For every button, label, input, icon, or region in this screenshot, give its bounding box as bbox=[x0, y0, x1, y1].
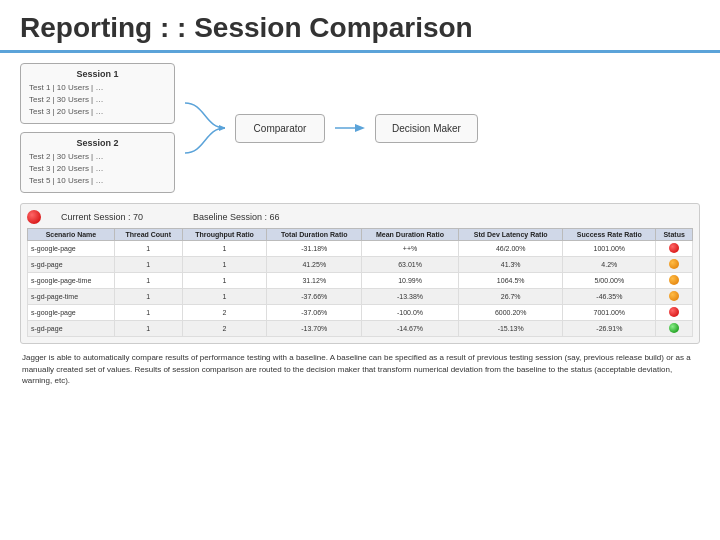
cell-scenario-name: s-gd-page-time bbox=[28, 289, 115, 305]
cell-count: 2 bbox=[182, 321, 267, 337]
session1-row3: Test 3 | 20 Users | … bbox=[29, 106, 166, 118]
diagram-section: Session 1 Test 1 | 10 Users | … Test 2 |… bbox=[20, 63, 700, 193]
cell-thread: 1 bbox=[114, 273, 182, 289]
cell-status bbox=[656, 257, 693, 273]
cell-scenario-name: s-gd-page bbox=[28, 321, 115, 337]
comparator-label: Comparator bbox=[254, 123, 307, 134]
col-thread: Thread Count bbox=[114, 229, 182, 241]
cell-mean: -15.13% bbox=[458, 321, 562, 337]
cell-stddev: -26.91% bbox=[563, 321, 656, 337]
cell-throughput: -37.66% bbox=[267, 289, 362, 305]
cell-throughput: 31.12% bbox=[267, 273, 362, 289]
comparison-table: Scenario Name Thread Count Throughput Ra… bbox=[27, 228, 693, 337]
status-dot bbox=[669, 323, 679, 333]
table-row: s-gd-page 1 1 41.25% 63.01% 41.3% 4.2% bbox=[28, 257, 693, 273]
cell-throughput: -13.70% bbox=[267, 321, 362, 337]
table-row: s-google-page 1 2 -37.06% -100.0% 6000.2… bbox=[28, 305, 693, 321]
cell-stddev: 1001.00% bbox=[563, 241, 656, 257]
cell-status bbox=[656, 321, 693, 337]
session1-title: Session 1 bbox=[29, 69, 166, 79]
cell-scenario-name: s-google-page bbox=[28, 241, 115, 257]
cell-scenario-name: s-gd-page bbox=[28, 257, 115, 273]
baseline-session-label: Baseline Session : 66 bbox=[193, 212, 280, 222]
cell-scenario-name: s-google-page bbox=[28, 305, 115, 321]
cell-thread: 1 bbox=[114, 321, 182, 337]
cell-status bbox=[656, 289, 693, 305]
status-dot bbox=[669, 243, 679, 253]
comparator-box: Comparator bbox=[235, 114, 325, 143]
session-info-bar: Current Session : 70 Baseline Session : … bbox=[27, 210, 693, 224]
page-title: Reporting : : Session Comparison bbox=[0, 0, 720, 53]
cell-mean: 26.7% bbox=[458, 289, 562, 305]
table-row: s-gd-page 1 2 -13.70% -14.67% -15.13% -2… bbox=[28, 321, 693, 337]
col-throughput: Throughput Ratio bbox=[182, 229, 267, 241]
cell-scenario-name: s-google-page-time bbox=[28, 273, 115, 289]
current-session-indicator bbox=[27, 210, 41, 224]
cell-mean: 41.3% bbox=[458, 257, 562, 273]
cell-thread: 1 bbox=[114, 257, 182, 273]
decision-maker-label: Decision Maker bbox=[392, 123, 461, 134]
cell-count: 1 bbox=[182, 257, 267, 273]
status-dot bbox=[669, 307, 679, 317]
session2-title: Session 2 bbox=[29, 138, 166, 148]
col-scenario-name: Scenario Name bbox=[28, 229, 115, 241]
cell-status bbox=[656, 273, 693, 289]
session2-row2: Test 3 | 20 Users | … bbox=[29, 163, 166, 175]
table-header-row: Scenario Name Thread Count Throughput Ra… bbox=[28, 229, 693, 241]
col-total: Total Duration Ratio bbox=[267, 229, 362, 241]
cell-throughput: -31.18% bbox=[267, 241, 362, 257]
cell-total: -14.67% bbox=[362, 321, 459, 337]
cell-count: 1 bbox=[182, 273, 267, 289]
cell-count: 1 bbox=[182, 289, 267, 305]
sessions-to-comparator-arrow bbox=[185, 93, 225, 163]
cell-mean: 46/2.00% bbox=[458, 241, 562, 257]
cell-total: ++% bbox=[362, 241, 459, 257]
table-row: s-gd-page-time 1 1 -37.66% -13.38% 26.7%… bbox=[28, 289, 693, 305]
session2-box: Session 2 Test 2 | 30 Users | … Test 3 |… bbox=[20, 132, 175, 193]
cell-total: 63.01% bbox=[362, 257, 459, 273]
cell-throughput: 41.25% bbox=[267, 257, 362, 273]
table-row: s-google-page 1 1 -31.18% ++% 46/2.00% 1… bbox=[28, 241, 693, 257]
footer-description: Jagger is able to automatically compare … bbox=[20, 352, 700, 387]
table-row: s-google-page-time 1 1 31.12% 10.99% 106… bbox=[28, 273, 693, 289]
cell-thread: 1 bbox=[114, 305, 182, 321]
status-dot bbox=[669, 275, 679, 285]
col-success: Success Rate Ratio bbox=[563, 229, 656, 241]
session1-row1: Test 1 | 10 Users | … bbox=[29, 82, 166, 94]
col-stddev: Std Dev Latency Ratio bbox=[458, 229, 562, 241]
col-status: Status bbox=[656, 229, 693, 241]
cell-thread: 1 bbox=[114, 241, 182, 257]
cell-stddev: 7001.00% bbox=[563, 305, 656, 321]
cell-status bbox=[656, 241, 693, 257]
cell-count: 1 bbox=[182, 241, 267, 257]
results-table-section: Current Session : 70 Baseline Session : … bbox=[20, 203, 700, 344]
current-session-label: Current Session : 70 bbox=[61, 212, 143, 222]
comparator-to-decision-arrow bbox=[335, 118, 365, 138]
session2-row1: Test 2 | 30 Users | … bbox=[29, 151, 166, 163]
cell-total: -13.38% bbox=[362, 289, 459, 305]
cell-count: 2 bbox=[182, 305, 267, 321]
cell-mean: 1064.5% bbox=[458, 273, 562, 289]
cell-mean: 6000.20% bbox=[458, 305, 562, 321]
cell-throughput: -37.06% bbox=[267, 305, 362, 321]
session1-box: Session 1 Test 1 | 10 Users | … Test 2 |… bbox=[20, 63, 175, 124]
status-dot bbox=[669, 259, 679, 269]
cell-thread: 1 bbox=[114, 289, 182, 305]
cell-stddev: 4.2% bbox=[563, 257, 656, 273]
session2-row3: Test 5 | 10 Users | … bbox=[29, 175, 166, 187]
col-mean: Mean Duration Ratio bbox=[362, 229, 459, 241]
svg-marker-2 bbox=[355, 124, 365, 132]
cell-stddev: 5/00.00% bbox=[563, 273, 656, 289]
cell-stddev: -46.35% bbox=[563, 289, 656, 305]
cell-status bbox=[656, 305, 693, 321]
decision-maker-box: Decision Maker bbox=[375, 114, 478, 143]
session1-row2: Test 2 | 30 Users | … bbox=[29, 94, 166, 106]
cell-total: -100.0% bbox=[362, 305, 459, 321]
status-dot bbox=[669, 291, 679, 301]
cell-total: 10.99% bbox=[362, 273, 459, 289]
sessions-column: Session 1 Test 1 | 10 Users | … Test 2 |… bbox=[20, 63, 175, 193]
